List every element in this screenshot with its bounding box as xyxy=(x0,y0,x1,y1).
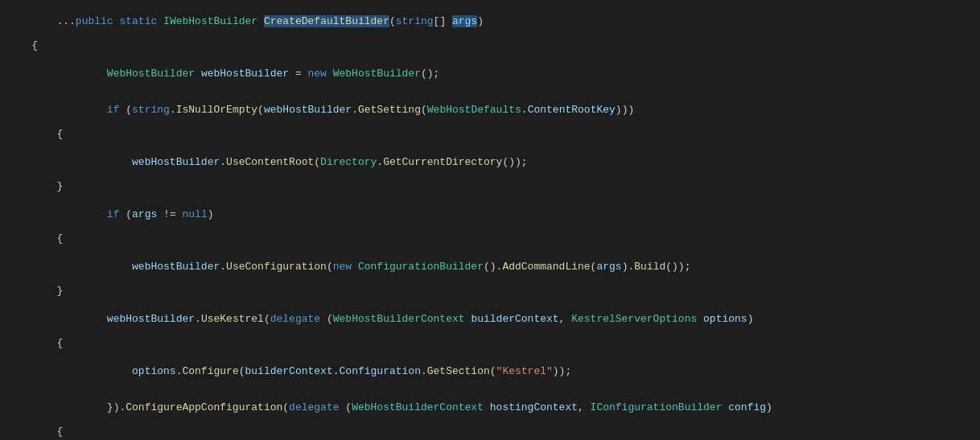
code-line: }).ConfigureAppConfiguration(delegate (W… xyxy=(0,389,980,426)
code-line: webHostBuilder.UseContentRoot(Directory.… xyxy=(0,144,980,180)
code-line: if (string.IsNullOrEmpty(webHostBuilder.… xyxy=(0,92,980,128)
code-block: ...public static IWebHostBuilder CreateD… xyxy=(0,3,980,440)
code-line: { xyxy=(0,337,980,353)
line-content: { xyxy=(0,39,974,51)
line-content: { xyxy=(0,232,974,245)
line-content: webHostBuilder.UseContentRoot(Directory.… xyxy=(0,144,974,180)
code-line: webHostBuilder.UseConfiguration(new Conf… xyxy=(0,249,980,285)
code-editor: ...public static IWebHostBuilder CreateD… xyxy=(0,0,980,440)
code-line: { xyxy=(0,426,980,440)
code-line: if (args != null) xyxy=(0,196,980,232)
line-content: ...public static IWebHostBuilder CreateD… xyxy=(0,3,974,39)
code-line: } xyxy=(0,180,980,196)
ellipsis: ... xyxy=(56,15,75,27)
line-content: webHostBuilder.UseConfiguration(new Conf… xyxy=(0,249,974,285)
line-content: WebHostBuilder webHostBuilder = new WebH… xyxy=(0,56,974,92)
method-name: CreateDefaultBuilder xyxy=(264,15,389,27)
line-content: webHostBuilder.UseKestrel(delegate (WebH… xyxy=(0,301,974,337)
line-content: { xyxy=(0,426,974,438)
line-content: } xyxy=(0,285,974,297)
line-content: if (args != null) xyxy=(0,196,974,232)
line-content: if (string.IsNullOrEmpty(webHostBuilder.… xyxy=(0,92,974,128)
param: args xyxy=(452,15,477,27)
line-content: } xyxy=(0,180,974,192)
code-line: { xyxy=(0,128,980,144)
line-content: { xyxy=(0,128,974,140)
code-line: ...public static IWebHostBuilder CreateD… xyxy=(0,3,980,39)
code-line: webHostBuilder.UseKestrel(delegate (WebH… xyxy=(0,301,980,337)
keyword: static xyxy=(119,15,157,27)
code-line: { xyxy=(0,232,980,249)
line-content: { xyxy=(0,337,974,349)
keyword: public xyxy=(76,15,113,27)
code-line: WebHostBuilder webHostBuilder = new WebH… xyxy=(0,56,980,92)
code-line: options.Configure(builderContext.Configu… xyxy=(0,353,980,389)
type: IWebHostBuilder xyxy=(163,15,257,27)
line-content: options.Configure(builderContext.Configu… xyxy=(0,353,974,389)
code-line: } xyxy=(0,285,980,301)
code-line: { xyxy=(0,39,980,56)
line-content: }).ConfigureAppConfiguration(delegate (W… xyxy=(0,389,974,426)
